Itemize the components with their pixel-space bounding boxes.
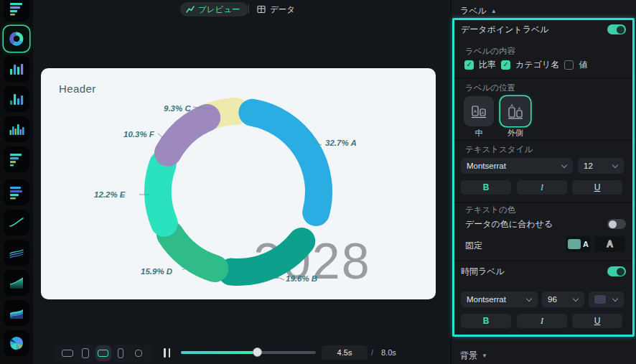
time-font-size-dropdown[interactable]: 96 <box>542 291 584 307</box>
landscape-ratio-icon <box>98 350 108 357</box>
square-ratio-icon <box>135 350 142 357</box>
value-checkbox[interactable] <box>564 60 574 70</box>
svg-text:A: A <box>474 109 477 113</box>
match-data-color-toggle[interactable] <box>607 219 626 229</box>
sidebar-item-column-chart-2[interactable] <box>4 86 29 112</box>
sidebar-item-pie-chart[interactable] <box>4 330 29 356</box>
fixed-color-picker[interactable]: A <box>566 236 590 252</box>
fixed-color-label: 固定 <box>465 240 482 252</box>
aspect-square-button[interactable] <box>131 345 146 361</box>
label-inside-icon: A A <box>469 102 488 121</box>
label-position-outside-button[interactable]: A A <box>500 96 530 126</box>
divider <box>454 202 632 203</box>
table-icon <box>257 5 266 14</box>
aspect-landscape-button[interactable] <box>60 345 75 361</box>
match-data-color-label: データの色に合わせる <box>465 218 553 230</box>
chart-canvas: Header 202832.7% A19.6% B9.3% C15.9% D12… <box>41 68 436 299</box>
fixed-color-swatch <box>568 239 581 249</box>
labels-section-title: ラベル <box>460 5 487 17</box>
preview-tab-label: プレビュー <box>198 4 240 15</box>
pause-icon <box>169 348 171 358</box>
sidebar-item-horizontal-bar-chart[interactable] <box>4 0 29 22</box>
collapse-down-icon: ▼ <box>482 353 487 359</box>
preview-tab[interactable]: プレビュー <box>180 2 248 17</box>
topbar-divider <box>248 4 249 14</box>
sidebar-item-donut-chart[interactable] <box>4 26 29 52</box>
time-label-title: 時間ラベル <box>461 266 505 278</box>
column-chart-icon <box>8 90 25 108</box>
time-color-dropdown[interactable] <box>589 291 624 307</box>
aspect-ratio-group <box>54 344 152 363</box>
aspect-portrait-narrow-button[interactable] <box>113 345 128 361</box>
donut-chart-icon <box>8 30 25 47</box>
time-label-row: 時間ラベル <box>461 265 626 278</box>
stroke-color-picker[interactable]: A <box>594 236 625 252</box>
divider <box>454 78 632 79</box>
time-bold-button[interactable]: B <box>461 314 511 328</box>
chart-title: Header <box>59 83 96 95</box>
time-italic-button[interactable]: I <box>517 314 567 328</box>
sidebar-item-column-chart[interactable] <box>4 56 29 82</box>
sidebar-item-line-chart[interactable] <box>4 210 29 235</box>
ratio-checkbox[interactable] <box>464 60 474 70</box>
svg-text:A: A <box>510 103 513 108</box>
svg-text:9.3% C: 9.3% C <box>164 104 191 113</box>
pause-icon <box>164 348 166 358</box>
label-content-title: ラベルの内容 <box>465 46 515 57</box>
svg-text:12.2% E: 12.2% E <box>94 190 126 199</box>
font-family-dropdown[interactable]: Montserrat <box>461 158 573 174</box>
label-position-title: ラベルの位置 <box>465 83 515 93</box>
time-label-toggle[interactable] <box>607 266 626 276</box>
svg-text:A: A <box>482 111 485 115</box>
data-point-label-title: データポイントラベル <box>461 24 549 36</box>
collapse-up-icon: ▲ <box>491 8 497 14</box>
category-name-checkbox[interactable] <box>501 60 510 70</box>
chart-animation-editor: プレビュー データ Header 202832.7% A19.6% B9.3% … <box>0 0 636 364</box>
label-position-inside-caption: 中 <box>464 128 494 139</box>
stacked-area-chart-icon <box>8 304 25 322</box>
sidebar-item-horizontal-bar-chart-2[interactable] <box>4 146 29 172</box>
current-time-display: 4.5s <box>322 345 368 360</box>
data-point-label-toggle[interactable] <box>607 24 626 34</box>
labels-section-header[interactable]: ラベル ▲ <box>460 5 497 17</box>
timeline-slider[interactable] <box>181 351 316 354</box>
highlighted-settings-box: データポイントラベル ラベルの内容 比率 カテゴリ名 値 ラベルの位置 <box>452 18 635 337</box>
sidebar-item-multi-line-chart[interactable] <box>4 240 29 266</box>
horizontal-bar-chart-icon <box>8 151 25 168</box>
horizontal-bar-chart-icon <box>8 184 25 201</box>
time-color-swatch <box>594 295 606 304</box>
svg-text:32.7% A: 32.7% A <box>325 139 357 147</box>
background-section-header[interactable]: 背景 ▼ <box>460 350 487 362</box>
font-size-value: 12 <box>584 162 593 170</box>
sidebar-item-stacked-area-chart[interactable] <box>4 300 29 326</box>
font-family-value: Montserrat <box>467 162 506 170</box>
donut-chart-preview: 202832.7% A19.6% B9.3% C15.9% D12.2% E10… <box>41 68 436 299</box>
underline-button[interactable]: U <box>572 180 622 195</box>
sidebar-item-area-chart[interactable] <box>4 270 29 296</box>
timeline-handle[interactable] <box>253 347 262 357</box>
area-chart-icon <box>8 274 25 291</box>
text-color-title: テキストの色 <box>465 205 515 215</box>
portrait-ratio-icon <box>82 348 89 358</box>
data-point-label-row: データポイントラベル <box>461 23 626 36</box>
label-content-options: 比率 カテゴリ名 値 <box>464 59 587 71</box>
svg-text:10.3% F: 10.3% F <box>123 130 155 139</box>
sidebar-item-horizontal-bar-chart-3[interactable] <box>4 179 29 205</box>
font-size-dropdown[interactable]: 12 <box>578 158 624 174</box>
aspect-landscape-wide-button[interactable] <box>95 345 111 361</box>
aspect-portrait-button[interactable] <box>78 345 93 361</box>
category-name-checkbox-label: カテゴリ名 <box>515 59 559 71</box>
column-chart-icon <box>8 60 25 78</box>
time-font-family-dropdown[interactable]: Montserrat <box>461 291 538 307</box>
timeline-progress <box>181 351 257 354</box>
bold-button[interactable]: B <box>461 180 511 195</box>
label-position-inside-button[interactable]: A A <box>464 96 494 126</box>
pause-button[interactable] <box>164 348 170 358</box>
data-tab[interactable]: データ <box>257 2 295 17</box>
divider <box>454 139 632 141</box>
sidebar-item-column-chart-3[interactable] <box>4 116 29 142</box>
ratio-checkbox-label: 比率 <box>479 59 496 71</box>
svg-text:15.9% D: 15.9% D <box>141 267 172 276</box>
time-underline-button[interactable]: U <box>572 314 622 328</box>
italic-button[interactable]: I <box>517 180 567 195</box>
